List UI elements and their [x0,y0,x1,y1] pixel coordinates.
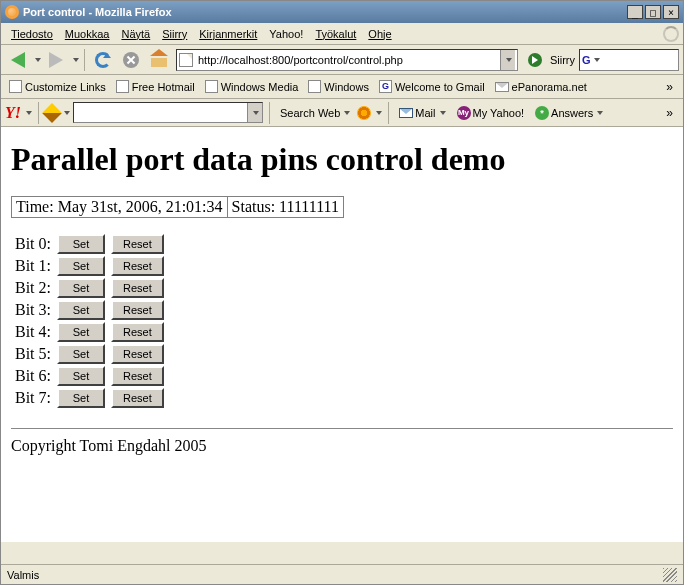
home-button[interactable] [146,47,172,73]
yahoo-search-web-button[interactable]: Search Web [276,105,354,121]
set-button-bit6[interactable]: Set [57,366,105,386]
menu-tyokalut[interactable]: Työkalut [309,26,362,42]
close-button[interactable]: × [663,5,679,19]
page-content: Parallel port data pins control demo Tim… [1,127,683,542]
bit-row: Bit 2:SetReset [13,278,166,298]
menu-kirjanmerkit[interactable]: Kirjanmerkit [193,26,263,42]
navigation-toolbar: Siirry G [1,45,683,75]
yahoo-toolbar: Y! Search Web Mail MyMy Yahoo! *Answers … [1,99,683,127]
bit-label: Bit 3: [13,300,53,320]
search-engine-dropdown[interactable] [594,58,600,62]
yahoo-menu-dropdown[interactable] [26,111,32,115]
page-icon [116,80,129,93]
bit-label: Bit 5: [13,344,53,364]
bit-label: Bit 4: [13,322,53,342]
window-titlebar: Port control - Mozilla Firefox _ □ × [1,1,683,23]
reset-button-bit2[interactable]: Reset [111,278,164,298]
go-label: Siirry [550,54,575,66]
bit-row: Bit 0:SetReset [13,234,166,254]
reset-button-bit1[interactable]: Reset [111,256,164,276]
bit-row: Bit 7:SetReset [13,388,166,408]
window-title: Port control - Mozilla Firefox [23,6,172,18]
bookmark-epanorama[interactable]: ePanorama.net [491,79,591,95]
time-cell: Time: May 31st, 2006, 21:01:34 [12,197,228,218]
set-button-bit4[interactable]: Set [57,322,105,342]
menu-ohje[interactable]: Ohje [362,26,397,42]
bookmarks-toolbar: Customize Links Free Hotmail Windows Med… [1,75,683,99]
resize-grip-icon[interactable] [663,568,677,582]
go-button[interactable] [522,47,548,73]
bit-row: Bit 6:SetReset [13,366,166,386]
url-input[interactable] [196,53,500,67]
page-icon [308,80,321,93]
bookmark-free-hotmail[interactable]: Free Hotmail [112,78,199,95]
yahoo-overflow-chevron[interactable]: » [660,106,679,120]
pencil-dropdown[interactable] [64,111,70,115]
firefox-icon [5,5,19,19]
url-history-dropdown[interactable] [500,50,515,70]
activity-indicator-icon [663,26,679,42]
menu-siirry[interactable]: Siirry [156,26,193,42]
stop-icon [123,52,139,68]
yahoo-my-button[interactable]: MyMy Yahoo! [453,104,529,122]
status-bar: Valmis [1,564,683,584]
reset-button-bit5[interactable]: Reset [111,344,164,364]
bits-table: Bit 0:SetResetBit 1:SetResetBit 2:SetRes… [11,232,168,410]
menu-nayta[interactable]: Näytä [115,26,156,42]
copyright-text: Copyright Tomi Engdahl 2005 [11,437,673,455]
reset-button-bit7[interactable]: Reset [111,388,164,408]
bookmark-customize-links[interactable]: Customize Links [5,78,110,95]
forward-arrow-icon [49,52,63,68]
bookmark-windows[interactable]: Windows [304,78,373,95]
set-button-bit7[interactable]: Set [57,388,105,408]
home-icon [151,53,167,67]
yahoo-mail-button[interactable]: Mail [395,105,449,121]
page-icon [9,80,22,93]
yahoo-logo-icon[interactable]: Y! [5,104,21,122]
yahoo-search-input[interactable] [73,102,263,123]
toolbar-separator [84,49,85,71]
pencil-icon[interactable] [42,103,62,123]
target-dropdown[interactable] [376,111,382,115]
back-button[interactable] [5,47,31,73]
status-cell: Status: 11111111 [227,197,343,218]
bookmarks-overflow-chevron[interactable]: » [660,80,679,94]
google-icon: G [379,80,392,93]
bit-row: Bit 1:SetReset [13,256,166,276]
location-bar[interactable] [176,49,518,71]
go-icon [528,53,542,67]
target-icon[interactable] [357,106,371,120]
bit-row: Bit 5:SetReset [13,344,166,364]
reset-button-bit4[interactable]: Reset [111,322,164,342]
set-button-bit2[interactable]: Set [57,278,105,298]
menu-muokkaa[interactable]: Muokkaa [59,26,116,42]
stop-button[interactable] [118,47,144,73]
reset-button-bit0[interactable]: Reset [111,234,164,254]
menu-tiedosto[interactable]: Tiedosto [5,26,59,42]
maximize-button[interactable]: □ [645,5,661,19]
mail-icon [399,108,413,118]
page-heading: Parallel port data pins control demo [11,141,673,178]
set-button-bit0[interactable]: Set [57,234,105,254]
my-yahoo-icon: My [457,106,471,120]
set-button-bit1[interactable]: Set [57,256,105,276]
back-dropdown[interactable] [35,58,41,62]
bit-label: Bit 2: [13,278,53,298]
search-bar[interactable]: G [579,49,679,71]
minimize-button[interactable]: _ [627,5,643,19]
bit-row: Bit 4:SetReset [13,322,166,342]
bit-label: Bit 7: [13,388,53,408]
reload-button[interactable] [90,47,116,73]
set-button-bit5[interactable]: Set [57,344,105,364]
reset-button-bit3[interactable]: Reset [111,300,164,320]
yahoo-answers-button[interactable]: *Answers [531,104,607,122]
bookmark-windows-media[interactable]: Windows Media [201,78,303,95]
forward-dropdown[interactable] [73,58,79,62]
forward-button[interactable] [43,47,69,73]
set-button-bit3[interactable]: Set [57,300,105,320]
page-icon [205,80,218,93]
reset-button-bit6[interactable]: Reset [111,366,164,386]
menu-yahoo[interactable]: Yahoo! [263,26,309,42]
bit-row: Bit 3:SetReset [13,300,166,320]
bookmark-welcome-to-gmail[interactable]: GWelcome to Gmail [375,78,489,95]
